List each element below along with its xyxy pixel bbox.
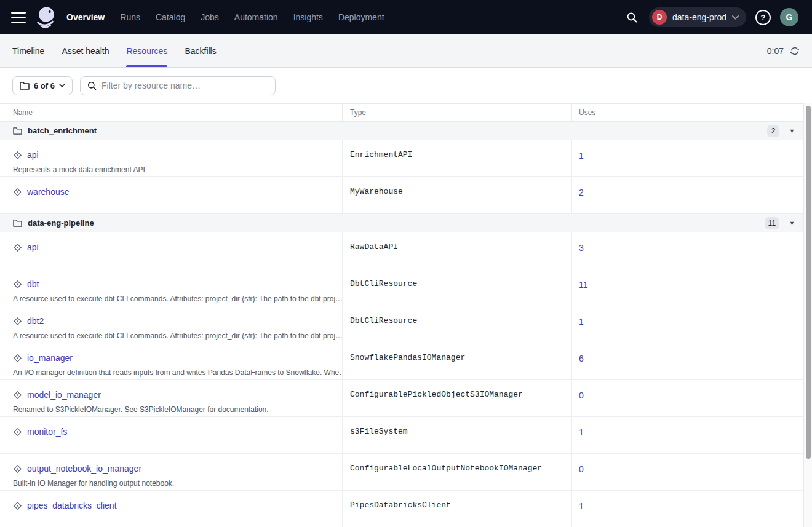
folder-icon <box>13 219 22 227</box>
resource-link[interactable]: model_io_manager <box>27 390 101 400</box>
vertical-scrollbar[interactable] <box>804 103 812 527</box>
nav-item-automation[interactable]: Automation <box>234 12 278 22</box>
code-location-filter-dropdown[interactable]: 6 of 6 <box>12 76 73 95</box>
nav-item-overview[interactable]: Overview <box>66 12 105 22</box>
nav-item-jobs[interactable]: Jobs <box>201 12 219 22</box>
resource-link[interactable]: dbt <box>27 279 39 289</box>
table-row: dbt2 A resource used to execute dbt CLI … <box>0 306 803 343</box>
resource-type: SnowflakePandasIOManager <box>343 343 572 379</box>
resource-icon <box>13 464 22 474</box>
nav-item-insights[interactable]: Insights <box>293 12 323 22</box>
dagster-logo-icon <box>34 5 58 30</box>
group-name: data-eng-pipeline <box>28 218 94 228</box>
tab-backfills[interactable]: Backfills <box>185 34 216 67</box>
resource-link[interactable]: api <box>27 150 39 160</box>
refresh-icon[interactable] <box>790 46 800 56</box>
resource-description: An I/O manager definition that reads inp… <box>13 368 342 377</box>
search-icon <box>87 81 97 90</box>
chevron-down-icon <box>59 84 65 87</box>
table-row: monitor_fs s3FileSystem 1 <box>0 417 803 454</box>
chevron-down-icon <box>732 15 739 20</box>
uses-count-link[interactable]: 1 <box>579 317 584 327</box>
uses-count-link[interactable]: 0 <box>579 464 584 474</box>
resource-description: Renamed to S3PickleIOManager. See S3Pick… <box>13 405 342 414</box>
resource-icon <box>13 317 22 326</box>
uses-count-link[interactable]: 3 <box>579 243 584 253</box>
table-header: Name Type Uses <box>0 104 803 122</box>
column-header-name: Name <box>0 104 343 121</box>
resource-icon <box>13 280 22 289</box>
resource-link[interactable]: pipes_databricks_client <box>27 501 117 510</box>
resource-type: DbtCliResource <box>343 306 572 343</box>
resource-link[interactable]: output_notebook_io_manager <box>27 464 141 474</box>
deployment-switcher[interactable]: D data-eng-prod <box>649 7 746 27</box>
resource-icon <box>13 501 22 510</box>
uses-count-link[interactable]: 11 <box>579 280 588 290</box>
table-row: model_io_manager Renamed to S3PickleIOMa… <box>0 380 803 417</box>
tab-resources[interactable]: Resources <box>126 34 167 67</box>
resources-toolbar: 6 of 6 <box>0 68 812 103</box>
resource-icon <box>13 354 22 363</box>
nav-item-catalog[interactable]: Catalog <box>156 12 185 22</box>
refresh-countdown: 0:07 <box>767 46 784 56</box>
group-name: batch_enrichment <box>28 126 97 135</box>
resource-type: s3FileSystem <box>343 417 572 453</box>
resource-type: RawDataAPI <box>343 232 572 269</box>
deployment-name: data-eng-prod <box>672 12 726 22</box>
uses-count-link[interactable]: 2 <box>579 188 584 197</box>
resource-type: ConfigurableLocalOutputNotebookIOManager <box>343 454 572 490</box>
uses-count-link[interactable]: 1 <box>579 151 584 160</box>
nav-item-deployment[interactable]: Deployment <box>338 12 384 22</box>
collapse-caret-icon[interactable]: ▼ <box>789 220 795 226</box>
group-row-data-eng-pipeline[interactable]: data-eng-pipeline 11 ▼ <box>0 214 803 232</box>
uses-count-link[interactable]: 6 <box>579 354 584 363</box>
nav-item-runs[interactable]: Runs <box>120 12 140 22</box>
primary-nav: Overview Runs Catalog Jobs Automation In… <box>66 12 384 22</box>
resource-icon <box>13 390 22 400</box>
uses-count-link[interactable]: 1 <box>579 501 584 511</box>
group-count-badge: 2 <box>767 125 779 137</box>
table-row: pipes_databricks_client PipesDatabricksC… <box>0 491 803 527</box>
table-row: dbt A resource used to execute dbt CLI c… <box>0 269 803 306</box>
group-row-batch-enrichment[interactable]: batch_enrichment 2 ▼ <box>0 122 803 140</box>
code-location-filter-label: 6 of 6 <box>34 81 55 90</box>
tab-timeline[interactable]: Timeline <box>12 34 44 67</box>
scrollbar-thumb[interactable] <box>806 106 811 459</box>
top-navigation-bar: Overview Runs Catalog Jobs Automation In… <box>0 0 812 34</box>
resource-link[interactable]: monitor_fs <box>27 427 67 437</box>
resource-icon <box>13 151 22 160</box>
resource-type: PipesDatabricksClient <box>343 491 572 527</box>
resource-description: Represents a mock data enrichment API <box>13 165 342 174</box>
collapse-caret-icon[interactable]: ▼ <box>789 128 795 134</box>
uses-count-link[interactable]: 1 <box>579 427 584 437</box>
resource-filter-field <box>80 76 276 95</box>
resource-type: MyWarehouse <box>343 177 572 213</box>
resources-table: Name Type Uses batch_enrichment 2 ▼ api … <box>0 103 804 527</box>
menu-icon[interactable] <box>11 12 26 23</box>
deployment-badge: D <box>652 10 667 25</box>
resource-icon <box>13 188 22 197</box>
resource-filter-input[interactable] <box>102 81 268 90</box>
resource-link[interactable]: io_manager <box>27 353 73 363</box>
tab-asset-health[interactable]: Asset health <box>62 34 109 67</box>
table-row: api RawDataAPI 3 <box>0 232 803 269</box>
global-search-icon[interactable] <box>624 9 640 25</box>
resource-type: EnrichmentAPI <box>343 140 572 176</box>
resource-icon <box>13 243 22 252</box>
help-icon[interactable]: ? <box>755 10 771 25</box>
table-row: api Represents a mock data enrichment AP… <box>0 140 803 177</box>
resource-description: A resource used to execute dbt CLI comma… <box>13 295 342 303</box>
column-header-type: Type <box>343 104 572 121</box>
column-header-uses: Uses <box>572 104 803 121</box>
uses-count-link[interactable]: 0 <box>579 390 584 400</box>
table-row: warehouse MyWarehouse 2 <box>0 177 803 214</box>
resource-link[interactable]: warehouse <box>27 187 70 197</box>
user-avatar[interactable]: G <box>780 8 798 26</box>
overview-tabbar: Timeline Asset health Resources Backfill… <box>0 34 812 68</box>
table-row: output_notebook_io_manager Built-in IO M… <box>0 454 803 491</box>
resource-description: A resource used to execute dbt CLI comma… <box>13 331 342 340</box>
resource-link[interactable]: api <box>27 242 39 252</box>
resource-icon <box>13 427 22 437</box>
folder-icon <box>20 81 30 90</box>
resource-link[interactable]: dbt2 <box>27 316 44 326</box>
